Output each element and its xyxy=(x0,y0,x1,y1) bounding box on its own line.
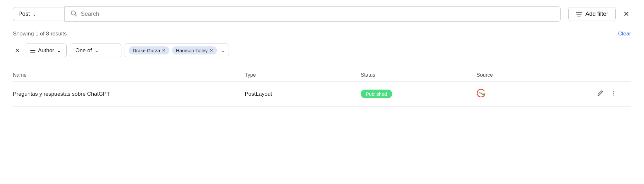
col-action1 xyxy=(592,72,618,78)
top-bar: Post ⌄ Add filter ✕ xyxy=(13,6,631,22)
col-name: Name xyxy=(13,72,245,78)
tag-harrison-talley-label: Harrison Talley xyxy=(176,48,208,53)
tag-harrison-talley-close[interactable]: ✕ xyxy=(210,48,213,53)
svg-line-1 xyxy=(75,15,77,16)
search-input[interactable] xyxy=(81,11,554,17)
col-status: Status xyxy=(361,72,477,78)
tag-drake-garza-close[interactable]: ✕ xyxy=(162,48,166,53)
table-row: Preguntas y respuestas sobre ChatGPT Pos… xyxy=(13,82,631,107)
col-type: Type xyxy=(245,72,361,78)
post-dropdown[interactable]: Post ⌄ xyxy=(13,7,64,21)
post-label: Post xyxy=(18,11,30,17)
source-icon xyxy=(477,89,486,98)
row-type: PostLayout xyxy=(245,91,361,97)
add-filter-label: Add filter xyxy=(585,11,608,17)
svg-point-7 xyxy=(613,95,614,96)
svg-point-5 xyxy=(613,91,614,92)
col-action2 xyxy=(618,72,631,78)
tags-container: Drake Garza ✕ Harrison Talley ✕ ⌄ xyxy=(125,44,229,57)
post-chevron-icon: ⌄ xyxy=(33,12,36,17)
col-source: Source xyxy=(477,72,592,78)
filter-row: ✕ Author ⌄ One of ⌄ Drake Garza ✕ Harris… xyxy=(13,44,631,57)
search-bar xyxy=(64,6,561,22)
author-chevron-icon: ⌄ xyxy=(57,47,61,54)
table-header: Name Type Status Source xyxy=(13,69,631,82)
author-dropdown[interactable]: Author ⌄ xyxy=(25,44,67,57)
author-label: Author xyxy=(38,47,54,54)
clear-button[interactable]: Clear xyxy=(618,31,631,37)
tag-harrison-talley: Harrison Talley ✕ xyxy=(172,46,217,54)
status-badge: Published xyxy=(361,90,392,98)
svg-point-6 xyxy=(613,93,614,94)
oneof-dropdown[interactable]: One of ⌄ xyxy=(70,44,121,57)
row-source xyxy=(477,89,592,99)
close-top-button[interactable]: ✕ xyxy=(621,8,631,20)
results-row: Showing 1 of 8 results Clear xyxy=(13,31,631,37)
oneof-label: One of xyxy=(75,47,92,54)
tags-chevron-icon[interactable]: ⌄ xyxy=(221,48,225,53)
filter-lines-icon xyxy=(30,49,35,53)
add-filter-button[interactable]: Add filter xyxy=(568,7,616,21)
tag-drake-garza: Drake Garza ✕ xyxy=(129,46,169,54)
row-actions xyxy=(592,89,618,99)
row-name: Preguntas y respuestas sobre ChatGPT xyxy=(13,91,245,97)
tag-drake-garza-label: Drake Garza xyxy=(133,48,160,53)
row-status: Published xyxy=(361,90,477,98)
more-options-button[interactable] xyxy=(609,89,618,99)
results-count: Showing 1 of 8 results xyxy=(13,31,67,37)
edit-button[interactable] xyxy=(596,89,605,99)
search-icon xyxy=(71,10,77,18)
filter-remove-button[interactable]: ✕ xyxy=(13,46,22,55)
oneof-chevron-icon: ⌄ xyxy=(94,47,99,54)
